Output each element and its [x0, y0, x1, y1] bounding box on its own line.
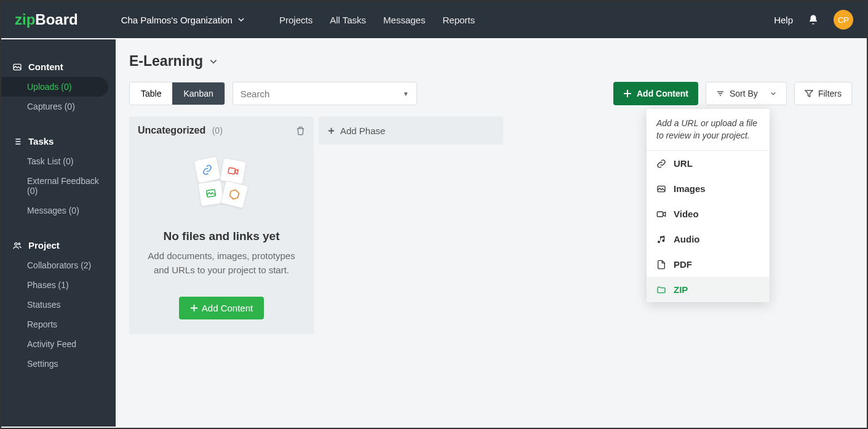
- column-uncategorized: Uncategorized (0): [129, 116, 314, 334]
- filter-icon: [805, 89, 813, 98]
- bell-icon[interactable]: [808, 14, 819, 25]
- caret-down-icon[interactable]: ▼: [403, 90, 409, 97]
- svg-rect-3: [657, 212, 663, 217]
- sidebar-item-captures[interactable]: Captures (0): [1, 97, 116, 116]
- page-title[interactable]: E-Learning: [129, 53, 852, 70]
- empty-illustration: [191, 157, 252, 212]
- dropdown-item-audio[interactable]: Audio: [647, 227, 770, 252]
- search-input[interactable]: [241, 89, 409, 99]
- sidebar-heading-tasks[interactable]: Tasks: [1, 131, 116, 151]
- sort-icon: [716, 89, 725, 98]
- avatar[interactable]: CP: [834, 10, 853, 30]
- folder-icon: [656, 285, 666, 295]
- dropdown-item-video[interactable]: Video: [647, 201, 770, 227]
- dropdown-item-url[interactable]: URL: [647, 151, 770, 176]
- people-icon: [12, 241, 22, 251]
- plus-icon: [327, 127, 335, 135]
- video-icon: [656, 209, 666, 219]
- dropdown-header: Add a URL or upload a file to review in …: [647, 109, 770, 151]
- chevron-down-icon: [237, 16, 245, 23]
- svg-point-1: [15, 243, 17, 245]
- empty-state: No files and links yet Add documents, im…: [138, 145, 305, 326]
- sidebar-item-phases[interactable]: Phases (1): [1, 275, 116, 295]
- sidebar-heading-content[interactable]: Content: [1, 57, 116, 77]
- toolbar: Table Kanban ▼ Add Content Sort By: [129, 82, 852, 105]
- image-icon: [12, 62, 22, 72]
- sidebar-item-collaborators[interactable]: Collaborators (2): [1, 255, 116, 275]
- nav-reports[interactable]: Reports: [442, 15, 475, 25]
- sidebar-item-settings[interactable]: Settings: [1, 354, 116, 374]
- topnav: Projects All Tasks Messages Reports: [279, 15, 475, 25]
- view-tabs: Table Kanban: [129, 82, 225, 105]
- audio-icon: [656, 235, 666, 244]
- logo-board: Board: [35, 11, 78, 28]
- column-count: (0): [212, 126, 223, 135]
- sidebar-item-messages[interactable]: Messages (0): [1, 201, 116, 220]
- tab-table[interactable]: Table: [130, 82, 172, 105]
- image-icon: [656, 184, 666, 194]
- plus-icon: [623, 89, 632, 98]
- sidebar-heading-project[interactable]: Project: [1, 235, 116, 255]
- tab-kanban[interactable]: Kanban: [172, 82, 224, 105]
- main: E-Learning Table Kanban ▼ Add Content So…: [116, 39, 866, 427]
- plus-icon: [190, 304, 198, 312]
- nav-all-tasks[interactable]: All Tasks: [330, 15, 366, 25]
- empty-title: No files and links yet: [141, 230, 301, 243]
- svg-rect-4: [228, 167, 236, 174]
- svg-rect-5: [207, 190, 216, 197]
- org-name: Cha Palmos's Organization: [121, 15, 233, 25]
- search-box[interactable]: ▼: [233, 82, 417, 105]
- add-content-button[interactable]: Add Content: [613, 82, 698, 105]
- link-icon: [656, 159, 666, 169]
- add-phase-button[interactable]: Add Phase: [319, 116, 503, 145]
- topbar: zipBoard Cha Palmos's Organization Proje…: [1, 1, 867, 38]
- nav-projects[interactable]: Projects: [279, 15, 313, 25]
- dropdown-item-images[interactable]: Images: [647, 176, 770, 201]
- pdf-icon: [656, 260, 666, 270]
- dropdown-item-zip[interactable]: ZIP: [647, 277, 770, 302]
- sort-by-button[interactable]: Sort By: [706, 82, 787, 105]
- sidebar-item-uploads[interactable]: Uploads (0): [1, 77, 108, 97]
- sidebar-item-task-list[interactable]: Task List (0): [1, 151, 116, 171]
- nav-messages[interactable]: Messages: [383, 15, 425, 25]
- sidebar-item-external-feedback[interactable]: External Feedback (0): [1, 171, 116, 201]
- logo-zip: zip: [15, 11, 35, 28]
- org-selector[interactable]: Cha Palmos's Organization: [121, 15, 245, 25]
- column-title: Uncategorized: [138, 125, 205, 135]
- empty-description: Add documents, images, prototypes and UR…: [141, 249, 301, 277]
- add-content-inline-button[interactable]: Add Content: [179, 297, 264, 319]
- sidebar: Content Uploads (0) Captures (0) Tasks T…: [1, 39, 116, 427]
- help-link[interactable]: Help: [774, 15, 793, 25]
- sidebar-item-reports[interactable]: Reports: [1, 315, 116, 334]
- filters-button[interactable]: Filters: [794, 82, 852, 105]
- sidebar-item-statuses[interactable]: Statuses: [1, 295, 116, 315]
- dropdown-item-pdf[interactable]: PDF: [647, 252, 770, 277]
- chevron-down-icon: [770, 90, 776, 97]
- chevron-down-icon: [209, 57, 218, 66]
- add-content-dropdown: Add a URL or upload a file to review in …: [647, 109, 770, 302]
- list-icon: [12, 137, 22, 146]
- trash-icon[interactable]: [296, 126, 305, 135]
- sidebar-item-activity[interactable]: Activity Feed: [1, 334, 116, 354]
- logo[interactable]: zipBoard: [15, 11, 78, 28]
